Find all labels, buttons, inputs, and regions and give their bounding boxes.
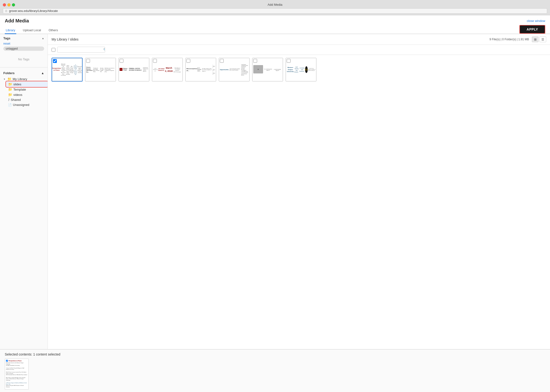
tab-upload-local[interactable]: Upload Local: [22, 27, 42, 34]
folder-item-unassigned[interactable]: 📄 Unassigned: [6, 102, 48, 107]
search-box: 🔍: [57, 47, 105, 53]
unassigned-folder-label: Unassigned: [13, 103, 29, 107]
media-checkbox-1[interactable]: [53, 59, 57, 63]
selected-preview: Perspectives on Peace A Speaker Series f…: [5, 359, 545, 390]
close-window-link[interactable]: close window: [527, 19, 545, 23]
media-checkbox-2[interactable]: [86, 59, 90, 63]
media-checkbox-8[interactable]: [287, 59, 290, 63]
select-all-checkbox[interactable]: [51, 48, 55, 52]
media-thumb-8[interactable]: Western Oregon University ized Among Top…: [285, 58, 317, 82]
my-library-label: My Library: [13, 77, 27, 81]
app-header: Add Media close window: [0, 15, 550, 24]
media-item[interactable]: your calendar to att... nal Justice Care…: [152, 58, 183, 346]
sidebar-divider: [0, 67, 48, 68]
file-info: 9 File(s) | 0 Folder(s) | 1.91 MB: [489, 38, 529, 41]
folders-section-header[interactable]: Folders ▲: [0, 69, 48, 76]
body-split: Tags ▲ reset untagged No Tags Folders ▲ …: [0, 34, 550, 349]
title-bar: Add Media: [0, 2, 550, 8]
bottom-panel: Selected contents: 1 content selected Pe…: [0, 349, 550, 392]
tags-section-label: Tags: [3, 36, 10, 40]
media-thumb-3[interactable]: WO Western Oregon CRIMINAL JUSTICE ADVIS…: [118, 58, 149, 82]
preview-thumb-1: Perspectives on Peace A Speaker Series f…: [5, 359, 29, 390]
media-grid: Perspectives on Peace A Speaker Series f…: [48, 55, 550, 349]
close-traffic-light[interactable]: [3, 3, 6, 7]
main-content: My Library / slides 9 File(s) | 0 Folder…: [48, 34, 550, 349]
media-thumb-7[interactable]: 🖼 Is a criminal justice degree? a crimin…: [252, 58, 283, 82]
folders-section-label: Folders: [3, 71, 14, 75]
media-thumb-1[interactable]: Perspectives on Peace A Speaker Series f…: [51, 58, 83, 82]
template-folder-icon: 📁: [8, 88, 12, 91]
list-view-button[interactable]: ☰: [540, 36, 546, 42]
folder-item-shared[interactable]: ⤴ Shared: [6, 97, 48, 102]
tab-library[interactable]: Library: [5, 27, 16, 34]
folder-tree: ▾ 📁 My Library 📁 slides 📁 Template: [0, 76, 48, 109]
app-container: Add Media close window Library Upload Lo…: [0, 15, 550, 392]
sidebar: Tags ▲ reset untagged No Tags Folders ▲ …: [0, 34, 48, 349]
content-header: My Library / slides 9 File(s) | 0 Folder…: [48, 34, 550, 45]
media-checkbox-5[interactable]: [187, 59, 190, 63]
search-input[interactable]: [58, 47, 101, 52]
address-bar: 🗋 grover.wou.edu/library/Library/Allocat…: [3, 8, 547, 14]
tags-section-header[interactable]: Tags ▲: [0, 34, 48, 42]
cj-logo: CJ: [305, 66, 308, 73]
media-thumb-6[interactable]: Opportunitie... justice will prepare stu…: [219, 58, 250, 82]
slides-folder-icon: 📁: [8, 82, 12, 86]
address-text: grover.wou.edu/library/Library/Allocate: [9, 9, 58, 13]
apply-button-wrapper: APPLY: [520, 25, 545, 34]
page-title: Add Media: [5, 18, 29, 24]
media-thumb-5[interactable]: Misconceptions ab... ree in Criminal Jus…: [185, 58, 216, 82]
search-button[interactable]: 🔍: [101, 47, 105, 52]
media-item[interactable]: Opportunitie... justice will prepare stu…: [219, 58, 250, 346]
grid-view-button[interactable]: ⊞: [532, 36, 539, 42]
window-title: Add Media: [268, 3, 282, 7]
shared-icon: ⤴: [8, 98, 10, 102]
folder-item-template[interactable]: 📁 Template: [6, 87, 48, 92]
untagged-badge[interactable]: untagged: [3, 47, 44, 51]
folder-item-slides[interactable]: 📁 slides: [6, 82, 48, 87]
videos-folder-label: videos: [13, 93, 22, 97]
selected-label: Selected contents: 1 content selected: [5, 352, 545, 356]
tags-content: reset untagged: [0, 42, 48, 53]
toolbar: 🔍: [48, 45, 550, 55]
media-checkbox-4[interactable]: [153, 59, 157, 63]
template-folder-label: Template: [13, 88, 26, 91]
shared-folder-label: Shared: [11, 98, 21, 102]
videos-folder-icon: 📁: [8, 93, 12, 97]
my-library-icon: 📁: [7, 77, 11, 81]
media-thumb-2[interactable]: Orosco, Director, OSU Peace Stu... "love…: [85, 58, 116, 82]
traffic-lights: [3, 3, 15, 7]
slides-folder-label: slides: [13, 83, 21, 86]
preview-checkbox[interactable]: [6, 360, 8, 362]
folder-children: 📁 slides 📁 Template 📁 videos: [2, 82, 48, 107]
minimize-traffic-light[interactable]: [7, 3, 10, 7]
media-item[interactable]: Orosco, Director, OSU Peace Stu... "love…: [85, 58, 116, 346]
media-checkbox-3[interactable]: [120, 59, 123, 63]
page-icon: 🗋: [5, 10, 8, 12]
apply-button[interactable]: APPLY: [520, 26, 545, 33]
tabs-bar: Library Upload Local Others APPLY: [0, 24, 550, 34]
unassigned-icon: 📄: [8, 103, 12, 107]
media-thumb-4[interactable]: your calendar to att... nal Justice Care…: [152, 58, 183, 82]
maximize-traffic-light[interactable]: [12, 3, 15, 7]
media-item[interactable]: Perspectives on Peace A Speaker Series f…: [51, 58, 83, 346]
media-item[interactable]: Misconceptions ab... ree in Criminal Jus…: [185, 58, 216, 346]
media-checkbox-7[interactable]: [253, 59, 257, 63]
header-right: 9 File(s) | 0 Folder(s) | 1.91 MB ⊞ ☰: [489, 36, 546, 42]
no-tags-label: No Tags: [0, 53, 48, 66]
tab-others[interactable]: Others: [48, 27, 59, 34]
media-item[interactable]: Western Oregon University ized Among Top…: [285, 58, 317, 346]
my-library-expand: ▾: [4, 78, 6, 80]
reset-tag-link[interactable]: reset: [3, 42, 44, 46]
media-item[interactable]: WO Western Oregon CRIMINAL JUSTICE ADVIS…: [118, 58, 149, 346]
tags-collapse-arrow: ▲: [42, 37, 44, 40]
media-checkbox-6[interactable]: [220, 59, 224, 63]
folder-item-videos[interactable]: 📁 videos: [6, 92, 48, 97]
window-chrome: Add Media 🗋 grover.wou.edu/library/Libra…: [0, 0, 550, 15]
view-controls: ⊞ ☰: [532, 36, 546, 42]
folder-item-my-library[interactable]: ▾ 📁 My Library: [2, 76, 48, 82]
breadcrumb: My Library / slides: [51, 37, 79, 41]
folders-collapse-arrow: ▲: [41, 71, 44, 75]
media-item[interactable]: 🖼 Is a criminal justice degree? a crimin…: [252, 58, 283, 346]
